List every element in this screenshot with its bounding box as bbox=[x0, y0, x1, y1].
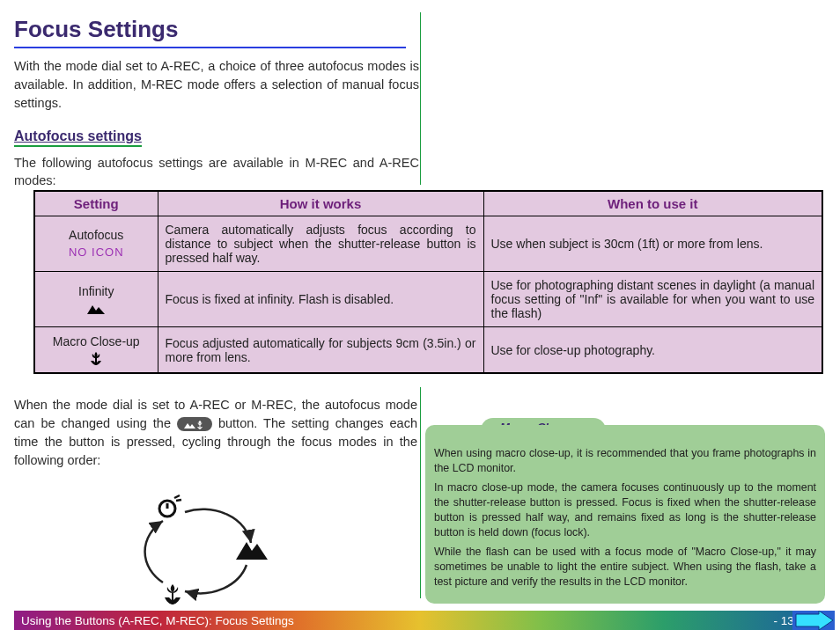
th-when: When to use it bbox=[483, 191, 822, 216]
column-divider-top bbox=[420, 12, 421, 185]
column-divider-bottom bbox=[420, 387, 421, 598]
cell-how: Camera automatically adjusts focus accor… bbox=[158, 216, 483, 272]
cell-how: Focus adjusted automatically for subject… bbox=[158, 327, 483, 374]
cell-when: Use for photographing distant scenes in … bbox=[483, 272, 822, 327]
footer-bar: Using the Buttons (A-REC, M-REC): Focus … bbox=[14, 611, 826, 630]
setting-name: Autofocus bbox=[69, 228, 123, 242]
focus-button-icon bbox=[177, 417, 212, 432]
table-row: Autofocus NO ICON Camera automatically a… bbox=[34, 216, 822, 272]
setting-name: Macro Close-up bbox=[53, 334, 140, 348]
no-icon-label: NO ICON bbox=[69, 245, 124, 259]
tulip-icon bbox=[165, 584, 181, 604]
page-title: Focus Settings bbox=[14, 16, 406, 48]
setting-name: Infinity bbox=[78, 284, 114, 298]
autofocus-settings-table: Setting How it works When to use it Auto… bbox=[33, 190, 823, 374]
focus-cycle-diagram bbox=[123, 486, 299, 618]
next-page-button[interactable] bbox=[792, 611, 835, 630]
self-timer-icon bbox=[159, 495, 181, 516]
callout-p2: In macro close-up mode, the camera focus… bbox=[434, 480, 816, 539]
th-setting: Setting bbox=[34, 191, 158, 216]
callout-p3: While the flash can be used with a focus… bbox=[434, 545, 816, 589]
cell-when: Use when subject is 30cm (1ft) or more f… bbox=[483, 216, 822, 272]
macro-callout: When using macro close-up, it is recomme… bbox=[425, 425, 825, 604]
table-row: Macro Close-up Focus adjusted automatica… bbox=[34, 327, 822, 374]
table-row: Infinity Focus is fixed at infinity. Fla… bbox=[34, 272, 822, 327]
footer-breadcrumb: Using the Buttons (A-REC, M-REC): Focus … bbox=[21, 614, 294, 627]
intro-paragraph: With the mode dial set to A-REC, a choic… bbox=[14, 57, 419, 113]
th-how: How it works bbox=[158, 191, 483, 216]
section-intro: The following autofocus settings are ava… bbox=[14, 154, 419, 190]
mountain-icon bbox=[86, 303, 106, 315]
tulip-icon bbox=[88, 352, 104, 366]
section-heading-autofocus: Autofocus settings bbox=[14, 128, 142, 147]
cell-when: Use for close-up photography. bbox=[483, 327, 822, 374]
cycle-paragraph: When the mode dial is set to A-REC or M-… bbox=[14, 396, 417, 470]
mountain-icon bbox=[236, 542, 268, 560]
cell-how: Focus is fixed at infinity. Flash is dis… bbox=[158, 272, 483, 327]
callout-p1: When using macro close-up, it is recomme… bbox=[434, 446, 816, 475]
